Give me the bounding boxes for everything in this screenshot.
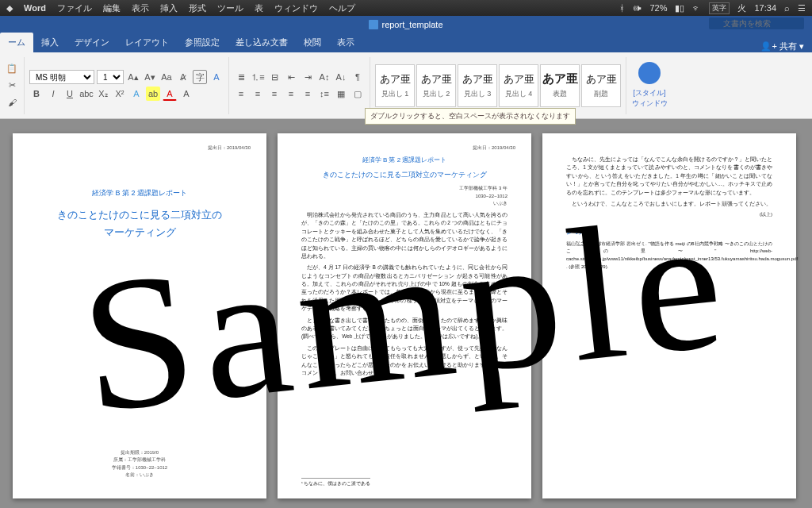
char-border-icon[interactable]: A [209,70,224,84]
tab-home[interactable]: ーム [0,33,33,52]
page-3: ちなみに、先生によっては「なんでこんな余白を開けるのですか？」と聞いたところ、1… [542,133,796,498]
search-box[interactable] [709,17,804,29]
highlight-icon[interactable]: ab [146,87,160,101]
shrink-font-icon[interactable]: A▾ [143,70,157,84]
underline-button[interactable]: U [63,87,77,101]
clear-format-icon[interactable]: A̷ [176,70,190,84]
styles-pane-label[interactable]: [スタイル] ウィンドウ [631,88,668,109]
phonetic-icon[interactable]: Aa [159,70,174,84]
borders-icon[interactable]: ▢ [350,87,365,101]
italic-button[interactable]: I [46,87,60,101]
report-title: きのことたけのこに見る二項対立の マーケティング [36,206,243,241]
style-heading4[interactable]: あア亜見出し 4 [499,64,538,107]
align-left-icon[interactable]: ≡ [234,87,248,101]
share-button[interactable]: 👤+ 共有 ▾ [760,40,804,52]
numbering-icon[interactable]: ⒈≡ [251,70,265,84]
bold-button[interactable]: B [29,87,44,101]
sort-icon[interactable]: A↓ [334,70,348,84]
menu-format[interactable]: 形式 [189,2,206,14]
whitespace-tooltip: ダブルクリックすると、空白スペースが表示されなくなります [365,108,576,125]
styles-pane-group: [スタイル] ウィンドウ [631,57,672,114]
battery-icon[interactable]: ▮▯ [675,3,684,13]
apple-icon[interactable]: ◆ [6,3,13,13]
grow-font-icon[interactable]: A▴ [126,70,140,84]
justify-icon[interactable]: ≡ [284,87,298,101]
header-date: 提出日：2019/04/30 [208,144,251,152]
font-name-select[interactable]: MS 明朝 [29,70,94,84]
tab-references[interactable]: 参照設定 [177,33,228,52]
style-subtitle[interactable]: あア亜副題 [581,64,621,107]
paste-icon[interactable]: 📋 [5,62,19,76]
tab-layout[interactable]: レイアウト [117,33,177,52]
body-para-6: というわけで、こんなところでおしまいにします。レポート頑張ってください。 [566,200,772,208]
window-titlebar: report_template [0,16,812,33]
show-marks-icon[interactable]: ¶ [350,70,365,84]
subscript-button[interactable]: X₂ [96,87,110,101]
styles-pane-icon[interactable] [638,62,661,84]
page1-footer: 提出期限：2019/0 所属：工学部機械工学科 学籍番号：1030−22−101… [36,449,243,479]
format-painter-icon[interactable]: 🖌 [5,95,19,110]
reference-1: 福山弘之大学 都市経済学部 岩出ゼミ. "物語を作る meiji のB社内競争戦… [566,241,772,271]
font-color-icon[interactable]: A [163,87,177,101]
tab-design[interactable]: デザイン [67,33,117,52]
body-para-3: と、こんな書き出しで書いてみたものの、面倒になったので辞めます。週か興味のある人… [301,317,508,341]
style-heading2[interactable]: あア亜見出し 2 [416,64,456,107]
multilevel-icon[interactable]: ⊟ [267,70,282,84]
style-heading3[interactable]: あア亜見出し 3 [458,64,497,107]
styles-group: あア亜見出し 1 あア亜見出し 2 あア亜見出し 3 あア亜見出し 4 あア亜表… [375,57,626,114]
style-heading1[interactable]: あア亜見出し 1 [375,64,415,107]
header-date-2: 提出日：2019/04/30 [473,144,515,152]
increase-indent-icon[interactable]: ⇥ [301,70,315,84]
strike-button[interactable]: abc [79,87,94,101]
battery-percent: 72% [649,3,667,13]
tab-insert[interactable]: 挿入 [33,33,67,52]
menu-help[interactable]: ヘルプ [329,2,355,14]
text-direction-icon[interactable]: A↕ [317,70,331,84]
menu-insert[interactable]: 挿入 [160,2,178,14]
course-label: 経済学 B 第 2 週課題レポート [36,187,243,198]
menu-table[interactable]: 表 [255,2,263,14]
menu-file[interactable]: ファイル [57,2,92,14]
body-para-4: このテンプレートは自由に使ってもらっても大丈夫ですが、使って先生に「なんじゃこり… [301,344,508,378]
font-group: MS 明朝 12 A▴ A▾ Aa A̷ 字 A B I U abc X₂ X²… [29,57,229,114]
align-right-icon[interactable]: ≡ [267,87,282,101]
clock-time: 17:34 [754,3,776,13]
superscript-button[interactable]: X² [113,87,127,101]
ribbon: 📋 ✂ 🖌 MS 明朝 12 A▴ A▾ Aa A̷ 字 A B I U abc… [0,52,812,119]
course-label-2: 経済学 B 第 2 週課題レポート [301,156,508,166]
page-2: 提出日：2019/04/30 経済学 B 第 2 週課題レポート きのことたけの… [278,133,531,498]
menu-icon[interactable]: ☰ [798,3,806,13]
menu-tools[interactable]: ツール [217,2,243,14]
spotlight-icon[interactable]: ⌕ [784,3,790,13]
menu-edit[interactable]: 編集 [103,2,121,14]
clipboard-group: 📋 ✂ 🖌 [5,57,25,114]
enclose-icon[interactable]: 字 [193,70,207,84]
bullets-icon[interactable]: ≣ [234,70,248,84]
tab-review[interactable]: 校閲 [296,33,329,52]
font-size-select[interactable]: 12 [97,70,124,84]
document-area[interactable]: 提出日：2019/04/30 経済学 B 第 2 週課題レポート きのことたけの… [0,119,812,508]
ime-label[interactable]: 英字 [709,2,730,14]
tab-view[interactable]: 表示 [329,33,362,52]
wifi-icon[interactable]: ᯤ [692,3,701,13]
shading-icon[interactable]: ▦ [334,87,348,101]
line-spacing-icon[interactable]: ↕≡ [317,87,331,101]
volume-icon[interactable]: 🕪 [633,3,642,13]
distribute-icon[interactable]: ≡ [301,87,315,101]
style-title[interactable]: あア亜表題 [540,64,580,107]
app-name[interactable]: Word [24,3,46,13]
search-input[interactable] [709,17,804,29]
menu-view[interactable]: 表示 [132,2,149,14]
decrease-indent-icon[interactable]: ⇤ [284,70,298,84]
menu-window[interactable]: ウィンドウ [274,2,318,14]
text-effects-icon[interactable]: A [129,87,144,101]
cut-icon[interactable]: ✂ [5,79,19,93]
bluetooth-icon[interactable]: ᚼ [619,3,625,13]
tab-mailings[interactable]: 差し込み文書 [228,33,296,52]
references-heading: 参考資料 [566,227,772,237]
align-center-icon[interactable]: ≡ [251,87,265,101]
document-title: report_template [381,20,442,29]
char-shading-icon[interactable]: A [179,87,193,101]
footnote-1: ¹ ちなみに、僕はきのこ派である [301,478,370,487]
page-1: 提出日：2019/04/30 経済学 B 第 2 週課題レポート きのことたけの… [13,133,266,498]
